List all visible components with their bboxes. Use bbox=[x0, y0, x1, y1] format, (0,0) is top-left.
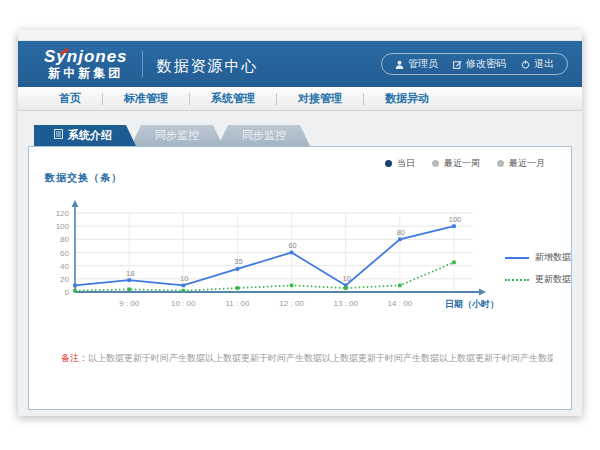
app-header: Synjones 新中新集团 数据资源中心 管理员 修改密码 bbox=[18, 41, 582, 87]
main-nav: 首页标准管理系统管理对接管理数据异动 bbox=[18, 87, 582, 111]
chart-panel: 当日最近一周最近一月 数据交换（条） 0204060801001209 : 00… bbox=[28, 146, 572, 410]
edit-icon bbox=[453, 60, 462, 69]
legend-label: 新增数据 bbox=[535, 251, 571, 264]
range-filter-group: 当日最近一周最近一月 bbox=[385, 157, 545, 170]
radio-dot-icon bbox=[497, 160, 504, 167]
legend-line-sample bbox=[505, 257, 529, 259]
svg-text:13 : 00: 13 : 00 bbox=[333, 299, 358, 308]
range-filter-0[interactable]: 当日 bbox=[385, 157, 415, 170]
line-chart: 0204060801001209 : 0010 : 0011 : 0012 : … bbox=[39, 191, 501, 323]
svg-text:80: 80 bbox=[60, 235, 69, 244]
tab-bar: 系统介绍同步监控同步监控 bbox=[18, 111, 582, 146]
header-divider bbox=[142, 51, 143, 77]
legend-line-sample bbox=[505, 279, 529, 281]
range-filter-2[interactable]: 最近一月 bbox=[497, 157, 545, 170]
svg-text:20: 20 bbox=[60, 275, 69, 284]
y-axis-title: 数据交换（条） bbox=[45, 171, 122, 185]
app-title: 数据资源中心 bbox=[157, 57, 259, 76]
logo-text-cn: 新中新集团 bbox=[44, 67, 128, 80]
svg-text:10 : 00: 10 : 00 bbox=[171, 299, 196, 308]
tab-0[interactable]: 系统介绍 bbox=[34, 125, 136, 146]
svg-text:10: 10 bbox=[343, 274, 351, 283]
tab-label: 同步监控 bbox=[155, 125, 199, 146]
window-top-strip bbox=[18, 30, 582, 41]
radio-dot-icon bbox=[432, 160, 439, 167]
svg-text:10: 10 bbox=[180, 274, 188, 283]
change-password-label: 修改密码 bbox=[466, 57, 506, 71]
user-icon bbox=[395, 60, 404, 69]
svg-text:11 : 00: 11 : 00 bbox=[225, 299, 249, 308]
svg-text:14 : 00: 14 : 00 bbox=[388, 299, 413, 308]
svg-text:0: 0 bbox=[65, 288, 70, 297]
legend-item-1: 更新数据 bbox=[505, 273, 571, 286]
logout-button[interactable]: 退出 bbox=[521, 57, 554, 71]
admin-user-button[interactable]: 管理员 bbox=[395, 57, 438, 71]
svg-text:80: 80 bbox=[397, 228, 405, 237]
footnote: 备注：以上数据更新于时间产生数据以上数据更新于时间产生数据以上数据更新于时间产生… bbox=[61, 352, 553, 365]
admin-user-label: 管理员 bbox=[408, 57, 438, 71]
company-logo: Synjones 新中新集团 bbox=[44, 48, 128, 80]
radio-dot-icon bbox=[385, 160, 392, 167]
svg-text:35: 35 bbox=[234, 257, 242, 266]
svg-text:日期（小时）: 日期（小时） bbox=[445, 299, 499, 309]
nav-item-0[interactable]: 首页 bbox=[38, 91, 102, 106]
legend-item-0: 新增数据 bbox=[505, 251, 571, 264]
content-area: 系统介绍同步监控同步监控 当日最近一周最近一月 数据交换（条） 02040608… bbox=[18, 111, 582, 416]
nav-item-4[interactable]: 数据异动 bbox=[364, 91, 450, 106]
svg-text:12 : 00: 12 : 00 bbox=[279, 299, 304, 308]
nav-item-2[interactable]: 系统管理 bbox=[190, 91, 276, 106]
logo-text-en: Synjones bbox=[44, 48, 128, 67]
svg-text:100: 100 bbox=[449, 215, 462, 224]
range-filter-label: 最近一月 bbox=[509, 157, 545, 170]
tab-1[interactable]: 同步监控 bbox=[131, 125, 223, 146]
document-icon bbox=[54, 125, 63, 146]
svg-text:60: 60 bbox=[60, 249, 69, 258]
power-icon bbox=[521, 60, 530, 69]
range-filter-label: 当日 bbox=[397, 157, 415, 170]
tab-2[interactable]: 同步监控 bbox=[218, 125, 310, 146]
series-legend: 新增数据更新数据 bbox=[505, 251, 571, 323]
svg-text:9 : 00: 9 : 00 bbox=[119, 299, 140, 308]
footnote-text: 以上数据更新于时间产生数据以上数据更新于时间产生数据以上数据更新于时间产生数据以… bbox=[88, 353, 553, 363]
svg-text:60: 60 bbox=[288, 241, 296, 250]
range-filter-label: 最近一周 bbox=[444, 157, 480, 170]
change-password-button[interactable]: 修改密码 bbox=[453, 57, 506, 71]
chart-area: 0204060801001209 : 0010 : 0011 : 0012 : … bbox=[39, 191, 571, 323]
range-filter-1[interactable]: 最近一周 bbox=[432, 157, 480, 170]
logout-label: 退出 bbox=[534, 57, 554, 71]
tab-label: 系统介绍 bbox=[68, 125, 112, 146]
footnote-prefix: 备注： bbox=[61, 353, 88, 363]
svg-text:100: 100 bbox=[56, 222, 70, 231]
user-toolbar: 管理员 修改密码 退出 bbox=[381, 53, 568, 75]
page: Synjones 新中新集团 数据资源中心 管理员 修改密码 bbox=[0, 0, 600, 450]
legend-label: 更新数据 bbox=[535, 273, 571, 286]
svg-text:18: 18 bbox=[126, 269, 134, 278]
svg-text:40: 40 bbox=[60, 262, 69, 271]
nav-item-1[interactable]: 标准管理 bbox=[103, 91, 189, 106]
app-window: Synjones 新中新集团 数据资源中心 管理员 修改密码 bbox=[18, 30, 582, 416]
svg-text:120: 120 bbox=[56, 209, 70, 218]
nav-item-3[interactable]: 对接管理 bbox=[277, 91, 363, 106]
tab-label: 同步监控 bbox=[242, 125, 286, 146]
